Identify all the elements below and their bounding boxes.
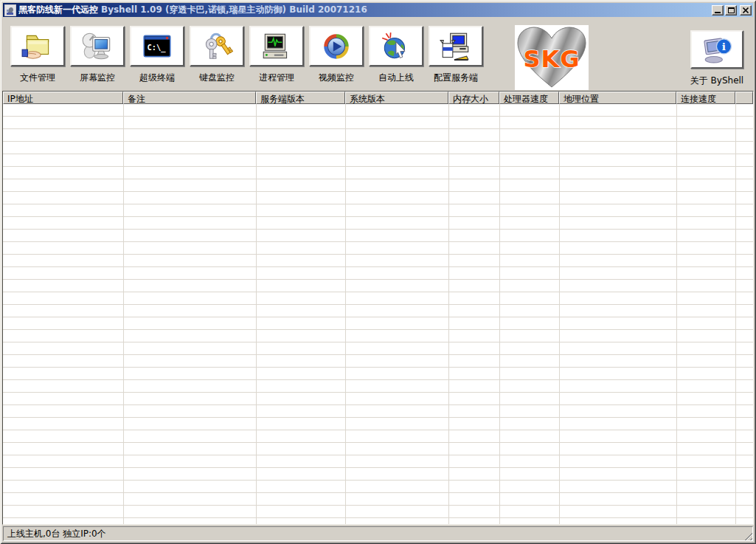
toolbar-item-process-manager: 进程管理 [249, 26, 304, 84]
toolbar-label: 屏幕监控 [70, 72, 125, 84]
toolbar-item-file-manager: 文件管理 [10, 26, 65, 84]
toolbar-item-screen-monitor: 屏幕监控 [70, 26, 125, 84]
toolbar-label: 超级终端 [130, 72, 184, 84]
screen-monitor-button[interactable] [70, 26, 125, 66]
status-bar: 上线主机,0台 独立IP:0个 [3, 525, 753, 541]
grid-vline [676, 104, 677, 524]
listview-body[interactable] [3, 104, 753, 524]
maximize-icon [728, 7, 735, 13]
about-info-icon: i [701, 35, 733, 64]
keys-icon [200, 31, 234, 62]
svg-text:C:\_: C:\_ [147, 43, 166, 52]
window-title: 黑客防线新一代远控Byshell 1.09 (穿透卡巴,诺顿,瑞星主动防御) B… [18, 4, 367, 16]
svg-text:i: i [722, 41, 726, 52]
minimize-icon [715, 12, 721, 13]
column-header-memory[interactable]: 内存大小 [448, 92, 499, 104]
column-header-ip[interactable]: IP地址 [3, 92, 123, 104]
skg-logo: SKG [515, 25, 589, 90]
toolbar-item-terminal: C:\_ 超级终端 [130, 26, 184, 84]
file-manager-button[interactable] [10, 26, 65, 66]
grid-vline [448, 104, 449, 524]
window-title-version: Byshell 1.09 (穿透卡巴,诺顿,瑞星主动防御) Build 2007… [101, 4, 367, 15]
process-manager-button[interactable] [249, 26, 304, 66]
status-text: 上线主机,0台 独立IP:0个 [7, 528, 106, 540]
about-label: 关于 ByShell [685, 75, 749, 87]
globe-cursor-icon [379, 31, 413, 62]
terminal-icon: C:\_ [140, 31, 174, 62]
grid-vline [345, 104, 346, 524]
toolbar-item-auto-online: 自动上线 [369, 26, 423, 84]
status-panel: 上线主机,0台 独立IP:0个 [3, 526, 753, 541]
app-icon[interactable] [4, 4, 16, 16]
toolbar-label: 视频监控 [309, 72, 364, 84]
video-monitor-button[interactable] [309, 26, 364, 66]
column-header-remark[interactable]: 备注 [123, 92, 256, 104]
toolbar-item-keylogger: 键盘监控 [190, 26, 244, 84]
auto-online-button[interactable] [369, 26, 423, 66]
window-title-cn: 黑客防线新一代远控 [18, 4, 98, 15]
window-controls [710, 5, 752, 16]
toolbar-label: 进程管理 [249, 72, 304, 84]
terminal-button[interactable]: C:\_ [130, 26, 184, 66]
column-header-os-version[interactable]: 系统版本 [345, 92, 448, 104]
configure-server-button[interactable] [429, 26, 483, 66]
minimize-button[interactable] [712, 5, 724, 16]
about-button[interactable]: i [690, 30, 743, 69]
column-header-filler [735, 92, 753, 104]
app-window: 黑客防线新一代远控Byshell 1.09 (穿透卡巴,诺顿,瑞星主动防御) B… [0, 0, 756, 544]
media-player-icon [319, 31, 353, 62]
column-header-connection-speed[interactable]: 连接速度 [676, 92, 735, 104]
close-button[interactable] [740, 5, 752, 16]
column-header-location[interactable]: 地理位置 [559, 92, 676, 104]
grid-vline [256, 104, 257, 524]
oscilloscope-computer-icon [260, 31, 294, 62]
grid-vline [559, 104, 560, 524]
grid-vline [123, 104, 124, 524]
hosts-listview[interactable]: IP地址 备注 服务端版本 系统版本 内存大小 处理器速度 地理位置 连接速度 [2, 91, 754, 525]
toolbar-item-configure-server: 配置服务端 [429, 26, 483, 84]
toolbar-label: 键盘监控 [190, 72, 244, 84]
toolbar-item-about: i 关于 ByShell [685, 30, 749, 87]
setup-computer-icon [439, 31, 473, 62]
keylogger-button[interactable] [190, 26, 244, 66]
satellite-monitor-icon [80, 31, 114, 62]
toolbar-label: 文件管理 [10, 72, 65, 84]
close-icon [742, 7, 749, 14]
title-bar[interactable]: 黑客防线新一代远控Byshell 1.09 (穿透卡巴,诺顿,瑞星主动防御) B… [3, 3, 753, 17]
listview-header: IP地址 备注 服务端版本 系统版本 内存大小 处理器速度 地理位置 连接速度 [3, 92, 753, 104]
skg-heart-icon: SKG [515, 25, 589, 90]
toolbar-label: 配置服务端 [429, 72, 483, 84]
maximize-button[interactable] [725, 5, 737, 16]
column-header-server-version[interactable]: 服务端版本 [256, 92, 345, 104]
grid-vline [735, 104, 736, 524]
toolbar-item-video-monitor: 视频监控 [309, 26, 364, 84]
grid-vline [499, 104, 500, 524]
svg-text:SKG: SKG [523, 45, 580, 73]
folder-hand-icon [21, 31, 55, 62]
toolbar-label: 自动上线 [369, 72, 423, 84]
column-header-cpu-speed[interactable]: 处理器速度 [499, 92, 559, 104]
